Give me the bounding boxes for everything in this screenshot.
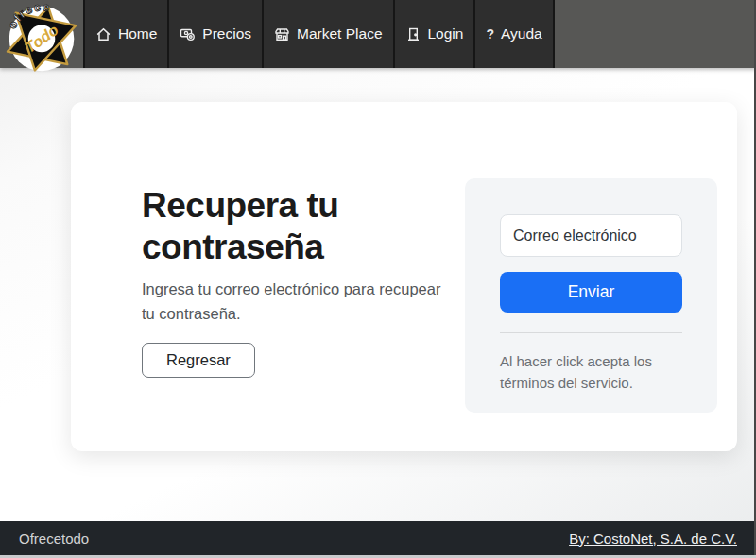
form-divider — [500, 332, 682, 333]
email-input[interactable] — [500, 214, 682, 257]
door-icon — [405, 26, 421, 42]
password-recovery-card: Recupera tu contraseña Ingresa tu correo… — [71, 102, 737, 451]
footer-credit-link[interactable]: By: CostoNet, S.A. de C.V. — [569, 531, 737, 547]
question-icon: ? — [486, 26, 494, 42]
send-button[interactable]: Enviar — [500, 272, 682, 313]
nav-label: Market Place — [297, 25, 382, 42]
nav-item-login[interactable]: Login — [395, 0, 476, 68]
nav-label: Precios — [202, 25, 251, 42]
nav-item-marketplace[interactable]: Market Place — [264, 0, 394, 68]
nav-label: Login — [428, 25, 464, 42]
page-title: Recupera tu contraseña — [142, 185, 449, 268]
footer: Ofrecetodo By: CostoNet, S.A. de C.V. — [0, 521, 756, 555]
recovery-form: Enviar Al hacer click acepta los término… — [465, 178, 717, 413]
nav-label: Home — [118, 25, 157, 42]
nav-item-precios[interactable]: Precios — [169, 0, 264, 68]
home-icon — [95, 26, 112, 42]
nav-item-home[interactable]: Home — [85, 0, 169, 68]
ofrecetodo-logo-icon: ofrece Todo — [4, 0, 79, 75]
back-button[interactable]: Regresar — [142, 343, 255, 378]
nav-label: Ayuda — [501, 25, 542, 42]
footer-brand: Ofrecetodo — [19, 531, 89, 547]
price-icon — [180, 26, 196, 42]
site-logo[interactable]: ofrece Todo — [0, 0, 83, 68]
recovery-intro: Recupera tu contraseña Ingresa tu correo… — [142, 185, 449, 378]
terms-note: Al hacer click acepta los términos del s… — [500, 351, 682, 394]
store-icon — [274, 26, 290, 42]
nav-item-ayuda[interactable]: ? Ayuda — [475, 0, 554, 68]
page-subtitle: Ingresa tu correo electrónico para recup… — [142, 278, 449, 326]
nav-menu: Home Precios — [83, 0, 555, 68]
top-navigation-bar: ofrece Todo Home — [0, 0, 756, 68]
